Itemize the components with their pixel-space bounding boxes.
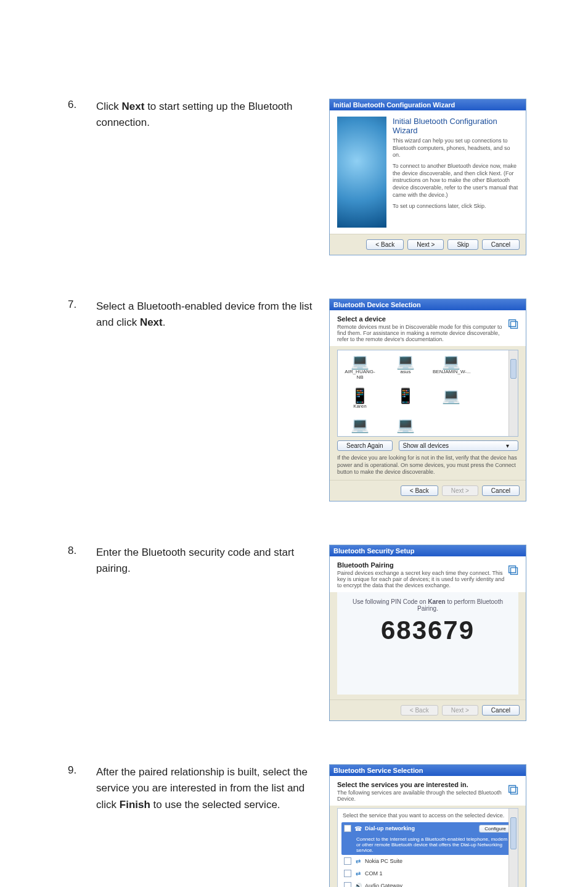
serial-icon: ⇄ xyxy=(354,869,362,878)
show-devices-select[interactable]: Show all devices ▾ xyxy=(399,440,519,451)
service-label: Audio Gateway xyxy=(365,883,402,887)
device-label: AIR_HUANG-NB xyxy=(341,369,378,380)
device-item[interactable]: 📱Karen xyxy=(341,389,378,409)
dialog-subtitle: Select the services you are interested i… xyxy=(337,781,468,788)
serial-icon: ⇄ xyxy=(354,857,362,865)
text-fragment: Select a Bluetooth-enabled device from t… xyxy=(96,300,312,328)
laptop-icon: 💻 xyxy=(341,354,378,369)
page-content: 6. Click Next to start setting up the Bl… xyxy=(0,0,588,887)
checkbox[interactable] xyxy=(344,870,351,877)
checkbox[interactable] xyxy=(344,825,351,832)
laptop-icon: 💻 xyxy=(341,418,378,432)
dialog-title: Bluetooth Service Selection xyxy=(330,765,526,776)
text-fragment: Use following PIN Code on xyxy=(353,598,428,605)
step-text: After the paired relationship is built, … xyxy=(96,764,329,813)
wizard-paragraph: To set up connections later, click Skip. xyxy=(393,203,518,210)
phone-icon: 📱 xyxy=(341,389,378,403)
scrollbar[interactable] xyxy=(508,350,518,436)
device-item[interactable]: 💻 xyxy=(433,389,470,409)
phone-icon: 📱 xyxy=(387,389,424,403)
service-list: Select the service that you want to acce… xyxy=(337,808,518,887)
dialog-title: Initial Bluetooth Configuration Wizard xyxy=(330,99,526,110)
pin-target-name: Karen xyxy=(428,598,445,605)
service-description: Connect to the Internet using a Bluetoot… xyxy=(356,836,512,853)
screenshot-device-selection: Bluetooth Device Selection Select a devi… xyxy=(329,299,526,501)
configure-button[interactable]: Configure xyxy=(479,825,512,833)
device-list[interactable]: 💻AIR_HUANG-NB 💻asus 💻BENJAMIN_W-... 📱Kar… xyxy=(337,350,518,437)
next-button[interactable]: Next > xyxy=(442,485,478,496)
dialog-subtitle: Bluetooth Pairing xyxy=(337,561,394,569)
service-item-dialup[interactable]: ☎ Dial-up networking Configure Connect t… xyxy=(341,822,514,855)
service-label: Dial-up networking xyxy=(365,825,415,831)
cancel-button[interactable]: Cancel xyxy=(482,485,520,496)
service-hint: Select the service that you want to acce… xyxy=(343,812,514,819)
wizard-paragraph: This wizard can help you set up connecti… xyxy=(393,138,518,159)
laptop-icon: 💻 xyxy=(433,354,470,369)
service-item[interactable]: ⇄Nokia PC Suite xyxy=(341,855,514,867)
bluetooth-icon: ⧉ xyxy=(508,781,518,802)
dialog-subtext: Paired devices exchange a secret key eac… xyxy=(337,570,508,588)
step-9: 9. After the paired relationship is buil… xyxy=(68,764,526,887)
wizard-sidebar-graphic xyxy=(337,117,386,228)
dialog-subtext: The following services are available thr… xyxy=(337,790,508,802)
device-item[interactable]: 💻 xyxy=(387,418,424,432)
dialog-subtext: Remote devices must be in Discoverable m… xyxy=(337,324,508,342)
text-fragment: Click xyxy=(96,101,122,112)
network-icon: ☎ xyxy=(354,824,362,833)
screenshot-security-setup: Bluetooth Security Setup Bluetooth Pairi… xyxy=(329,545,526,721)
back-button[interactable]: < Back xyxy=(401,485,438,496)
service-item[interactable]: 🔊Audio Gateway xyxy=(341,880,514,887)
dialog-note: If the device you are looking for is not… xyxy=(337,455,518,476)
screenshot-wizard-initial: Initial Bluetooth Configuration Wizard I… xyxy=(329,99,526,255)
laptop-icon: 💻 xyxy=(387,354,424,369)
screenshot-service-selection: Bluetooth Service Selection Select the s… xyxy=(329,764,526,887)
checkbox[interactable] xyxy=(344,882,351,887)
step-number: 7. xyxy=(68,299,96,311)
bluetooth-icon: ⧉ xyxy=(508,561,518,588)
step-number: 8. xyxy=(68,545,96,557)
step-number: 6. xyxy=(68,99,96,111)
select-value: Show all devices xyxy=(403,442,449,449)
device-item[interactable]: 💻asus xyxy=(387,354,424,380)
step-text: Click Next to start setting up the Bluet… xyxy=(96,99,329,131)
device-item[interactable]: 📱 xyxy=(387,389,424,409)
service-label: COM 1 xyxy=(365,870,383,877)
cancel-button[interactable]: Cancel xyxy=(482,705,520,716)
pin-instruction: Use following PIN Code on Karen to perfo… xyxy=(343,598,512,612)
service-label: Nokia PC Suite xyxy=(365,858,402,864)
dialog-subtitle: Select a device xyxy=(337,315,386,323)
next-button[interactable]: Next > xyxy=(407,239,444,250)
step-number: 9. xyxy=(68,764,96,777)
step-7: 7. Select a Bluetooth-enabled device fro… xyxy=(68,299,526,501)
cancel-button[interactable]: Cancel xyxy=(482,239,520,250)
device-item[interactable]: 💻AIR_HUANG-NB xyxy=(341,354,378,380)
audio-icon: 🔊 xyxy=(354,881,362,887)
text-fragment: . xyxy=(163,316,166,328)
text-fragment: to use the selected service. xyxy=(150,799,280,811)
back-button[interactable]: < Back xyxy=(366,239,404,250)
device-label: BENJAMIN_W-... xyxy=(433,369,470,374)
wizard-heading: Initial Bluetooth Configuration Wizard xyxy=(393,117,518,135)
back-button: < Back xyxy=(401,705,438,716)
text-bold: Next xyxy=(122,101,145,112)
chevron-down-icon: ▾ xyxy=(506,442,509,449)
skip-button[interactable]: Skip xyxy=(447,239,478,250)
service-item[interactable]: ⇄COM 1 xyxy=(341,867,514,880)
step-6: 6. Click Next to start setting up the Bl… xyxy=(68,99,526,255)
laptop-icon: 💻 xyxy=(433,389,470,403)
dialog-title: Bluetooth Device Selection xyxy=(330,299,526,310)
text-bold: Finish xyxy=(120,799,150,811)
search-again-button[interactable]: Search Again xyxy=(337,440,393,451)
checkbox[interactable] xyxy=(344,857,351,865)
wizard-paragraph: To connect to another Bluetooth device n… xyxy=(393,163,518,199)
dialog-title: Bluetooth Security Setup xyxy=(330,545,526,556)
scrollbar[interactable] xyxy=(508,809,518,887)
device-item[interactable]: 💻BENJAMIN_W-... xyxy=(433,354,470,380)
next-button: Next > xyxy=(442,705,478,716)
device-item[interactable]: 💻 xyxy=(341,418,378,432)
pin-code: 683679 xyxy=(343,616,512,645)
text-bold: Next xyxy=(140,316,163,328)
device-label: asus xyxy=(387,369,424,374)
step-text: Select a Bluetooth-enabled device from t… xyxy=(96,299,329,331)
device-label: Karen xyxy=(341,403,378,409)
